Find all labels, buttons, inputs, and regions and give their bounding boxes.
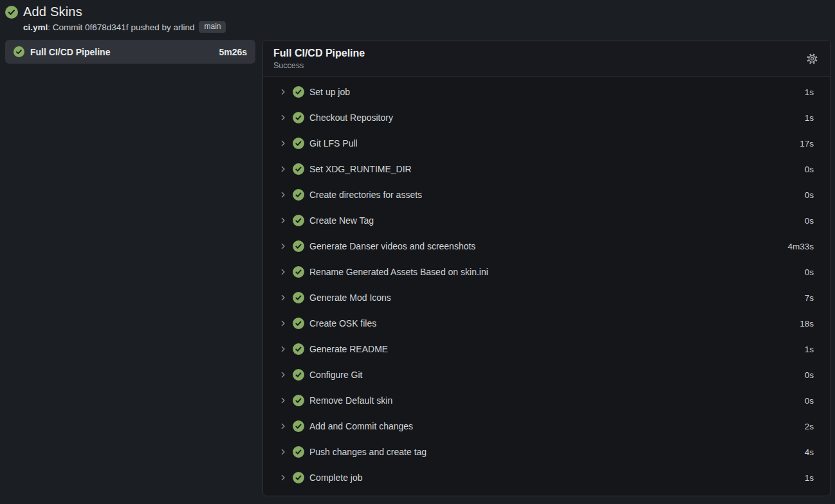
check-circle-icon — [293, 343, 304, 355]
step-name: Create New Tag — [309, 215, 805, 226]
job-panel-header: Full CI/CD Pipeline Success — [263, 40, 830, 76]
job-panel: Full CI/CD Pipeline Success — [262, 40, 830, 496]
step-row[interactable]: Create New Tag 0s — [263, 208, 830, 233]
step-row[interactable]: Complete job 1s — [263, 465, 830, 491]
steps-list: Set up job 1s Checkout Repository 1s Git… — [263, 76, 830, 496]
job-title: Full CI/CD Pipeline — [273, 46, 365, 60]
chevron-right-icon[interactable] — [279, 397, 287, 404]
run-subtitle: ci.yml: Commit 0f678d341f pushed by arli… — [23, 21, 829, 33]
step-name: Set XDG_RUNTIME_DIR — [309, 164, 805, 174]
chevron-right-icon[interactable] — [279, 474, 287, 482]
job-name: Full CI/CD Pipeline — [30, 47, 213, 57]
chevron-right-icon[interactable] — [279, 191, 287, 199]
job-status-label: Success — [273, 60, 365, 71]
chevron-right-icon[interactable] — [279, 217, 287, 224]
step-duration: 1s — [805, 113, 814, 123]
step-name: Generate README — [309, 344, 805, 354]
step-row[interactable]: Configure Git 0s — [263, 362, 830, 388]
gear-icon[interactable] — [803, 50, 821, 68]
step-duration: 1s — [805, 473, 814, 483]
step-row[interactable]: Create directories for assets 0s — [263, 182, 830, 208]
commit-hash-link[interactable]: 0f678d341f — [85, 22, 129, 32]
step-name: Remove Default skin — [309, 395, 805, 406]
step-name: Complete job — [309, 473, 805, 483]
chevron-right-icon[interactable] — [279, 345, 287, 353]
step-row[interactable]: Create OSK files 18s — [263, 310, 830, 336]
step-row[interactable]: Generate README 1s — [263, 336, 830, 362]
step-row[interactable]: Set up job 1s — [263, 79, 830, 105]
actions-run-page: Add Skins ci.yml: Commit 0f678d341f push… — [0, 0, 835, 504]
chevron-right-icon[interactable] — [279, 448, 287, 456]
chevron-right-icon[interactable] — [279, 165, 287, 173]
check-circle-icon — [293, 292, 304, 303]
chevron-right-icon[interactable] — [279, 371, 287, 379]
check-circle-icon — [14, 46, 24, 57]
step-name: Set up job — [309, 87, 805, 97]
check-circle-icon — [293, 112, 304, 123]
step-row[interactable]: Remove Default skin 0s — [263, 388, 830, 413]
step-duration: 7s — [805, 293, 814, 303]
run-title: Add Skins — [23, 4, 82, 19]
chevron-right-icon[interactable] — [279, 140, 287, 147]
check-circle-icon — [293, 395, 304, 406]
check-circle-icon — [293, 240, 304, 252]
chevron-right-icon[interactable] — [279, 422, 287, 430]
check-circle-icon — [293, 318, 304, 329]
chevron-right-icon[interactable] — [279, 242, 287, 250]
chevron-right-icon[interactable] — [279, 320, 287, 327]
check-circle-icon — [293, 446, 304, 458]
step-name: Create OSK files — [309, 318, 800, 328]
step-name: Generate Mod Icons — [309, 292, 805, 303]
chevron-right-icon[interactable] — [279, 268, 287, 276]
check-circle-icon — [5, 6, 18, 19]
step-row[interactable]: Rename Generated Assets Based on skin.in… — [263, 259, 830, 285]
check-circle-icon — [293, 369, 304, 381]
step-row[interactable]: Add and Commit changes 2s — [263, 413, 830, 439]
step-name: Push changes and create tag — [309, 447, 805, 457]
step-duration: 0s — [805, 370, 814, 380]
step-row[interactable]: Checkout Repository 1s — [263, 105, 830, 130]
step-row[interactable]: Generate Mod Icons 7s — [263, 285, 830, 310]
step-name: Checkout Repository — [309, 113, 805, 123]
chevron-right-icon[interactable] — [279, 88, 287, 96]
step-duration: 0s — [805, 165, 814, 174]
step-row[interactable]: Generate Danser videos and screenshots 4… — [263, 233, 830, 259]
check-circle-icon — [293, 163, 304, 175]
check-circle-icon — [293, 472, 304, 483]
sidebar-job-item[interactable]: Full CI/CD Pipeline 5m26s — [5, 40, 255, 64]
step-duration: 0s — [805, 267, 814, 277]
step-duration: 4m33s — [787, 242, 814, 251]
content-area: Full CI/CD Pipeline 5m26s Full CI/CD Pip… — [0, 36, 835, 504]
commit-connector: pushed by — [129, 22, 174, 32]
run-header: Add Skins ci.yml: Commit 0f678d341f push… — [0, 0, 835, 36]
commit-prefix: : Commit — [48, 22, 85, 32]
workflow-file: ci.yml — [23, 22, 48, 32]
step-duration: 1s — [805, 345, 814, 354]
check-circle-icon — [293, 138, 304, 149]
jobs-sidebar: Full CI/CD Pipeline 5m26s — [5, 40, 255, 496]
job-panel-titles: Full CI/CD Pipeline Success — [273, 46, 365, 71]
check-circle-icon — [293, 215, 304, 226]
step-name: Configure Git — [309, 370, 805, 380]
step-duration: 0s — [805, 216, 814, 226]
step-name: Generate Danser videos and screenshots — [309, 241, 787, 251]
step-duration: 0s — [805, 190, 814, 200]
step-duration: 4s — [805, 447, 814, 457]
step-row[interactable]: Set XDG_RUNTIME_DIR 0s — [263, 156, 830, 182]
chevron-right-icon[interactable] — [279, 294, 287, 302]
branch-badge[interactable]: main — [199, 21, 226, 33]
step-name: Add and Commit changes — [309, 421, 805, 431]
step-duration: 17s — [800, 139, 814, 148]
check-circle-icon — [293, 266, 304, 278]
step-row[interactable]: Git LFS Pull 17s — [263, 130, 830, 156]
actor-link[interactable]: arlind — [173, 22, 194, 32]
step-row[interactable]: Push changes and create tag 4s — [263, 439, 830, 465]
step-duration: 18s — [800, 319, 814, 328]
check-circle-icon — [293, 420, 304, 432]
step-name: Rename Generated Assets Based on skin.in… — [309, 267, 805, 277]
chevron-right-icon[interactable] — [279, 114, 287, 122]
step-duration: 2s — [805, 422, 814, 431]
job-duration: 5m26s — [219, 47, 247, 57]
check-circle-icon — [293, 189, 304, 201]
step-duration: 1s — [805, 87, 814, 97]
